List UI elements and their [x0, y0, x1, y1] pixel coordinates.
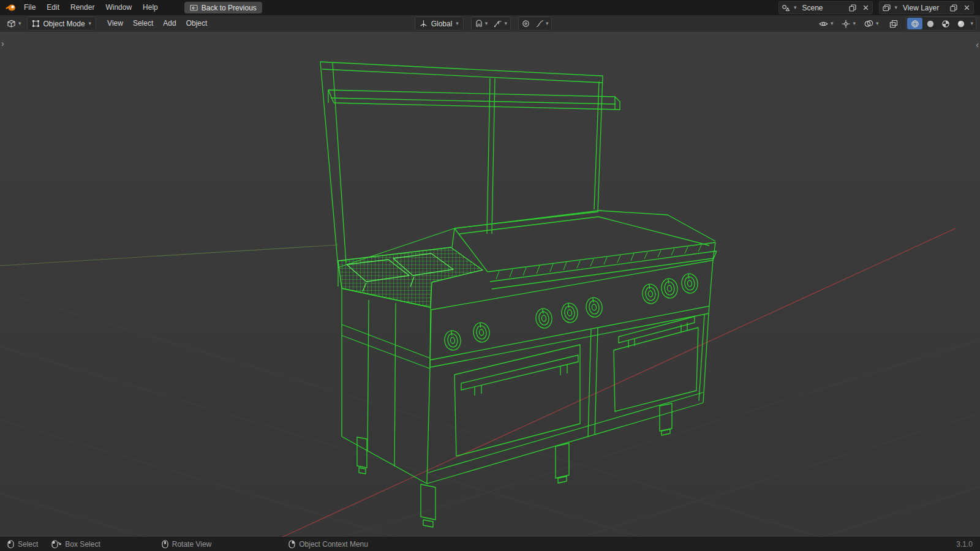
transform-orientation-selector[interactable]: Global ▾ — [415, 17, 464, 31]
material-preview-button[interactable] — [938, 18, 953, 29]
editor-type-icon — [7, 19, 16, 28]
visibility-arrow: ▾ — [831, 21, 834, 26]
scene-unlink-button[interactable] — [861, 2, 870, 13]
view-layer-name[interactable]: View Layer — [900, 4, 946, 12]
mode-selector[interactable]: Object Mode ▾ — [27, 17, 97, 31]
view-layer-browse-button[interactable] — [881, 2, 891, 13]
axis-y-line — [0, 245, 339, 266]
menu-file[interactable]: File — [18, 0, 41, 15]
editor-type-button[interactable]: ▾ — [4, 17, 24, 31]
xray-toggle[interactable] — [886, 17, 901, 31]
window-back-icon — [190, 4, 198, 12]
shading-options-arrow[interactable]: ▾ — [968, 21, 975, 26]
close-icon — [964, 5, 970, 10]
open-toolbar-chevron[interactable]: › — [1, 39, 4, 48]
proportional-group: ▾ — [518, 17, 552, 31]
object-visibility-icon — [819, 20, 828, 28]
menu-help[interactable]: Help — [137, 0, 164, 15]
menu-object[interactable]: Object — [181, 15, 213, 32]
view-layer-icon — [883, 4, 891, 12]
selected-object-wireframe[interactable] — [320, 62, 717, 527]
mouse-left-icon — [7, 540, 14, 549]
snap-target-icon — [494, 20, 502, 28]
solid-shading-button[interactable] — [922, 18, 938, 29]
falloff-selector[interactable]: ▾ — [533, 17, 552, 30]
overlays-icon — [864, 20, 873, 28]
wireframe-shading-button[interactable] — [907, 18, 922, 29]
transform-orientation-icon — [420, 20, 428, 28]
view-layer-new-button[interactable] — [949, 2, 959, 13]
hint-context-menu: Object Context Menu — [288, 540, 368, 549]
hint-select-label: Select — [18, 540, 38, 549]
hint-select: Select — [7, 540, 38, 549]
open-sidebar-chevron[interactable]: ‹ — [976, 40, 979, 49]
object-visibility-button[interactable]: ▾ — [816, 17, 837, 31]
snap-toggle-button[interactable]: ▾ — [472, 17, 491, 30]
orientation-arrow: ▾ — [456, 21, 459, 26]
topbar: File Edit Render Window Help Back to Pre… — [0, 0, 980, 16]
scene-new-button[interactable] — [848, 2, 858, 13]
solid-shading-icon — [926, 20, 935, 28]
scene-canvas[interactable] — [0, 32, 980, 538]
overlays-button[interactable]: ▾ — [861, 17, 882, 31]
scene-selector[interactable]: ▾ Scene — [778, 1, 873, 14]
version-label: 3.1.0 — [956, 540, 973, 549]
show-gizmo-icon — [842, 20, 850, 28]
scene-browse-arrow: ▾ — [794, 5, 797, 10]
viewport-3d[interactable]: › ‹ — [0, 32, 980, 538]
display-cluster: ▾ ▾ ▾ — [816, 17, 976, 31]
menu-render[interactable]: Render — [65, 0, 100, 15]
snap-target-button[interactable]: ▾ — [491, 17, 510, 30]
back-to-previous-label: Back to Previous — [202, 4, 257, 12]
proportional-editing-icon — [522, 20, 530, 28]
snap-arrow: ▾ — [485, 21, 488, 26]
mouse-middle-icon — [162, 540, 168, 549]
snap-target-arrow: ▾ — [504, 21, 507, 26]
rendered-shading-button[interactable] — [953, 18, 968, 29]
statusbar: Select Box Select Rotate View Objec — [0, 537, 980, 551]
control-knobs[interactable] — [443, 272, 699, 351]
falloff-arrow: ▾ — [546, 21, 549, 26]
menu-view[interactable]: View — [102, 15, 128, 32]
axis-x-line — [214, 228, 956, 538]
close-icon — [863, 5, 869, 10]
mode-label: Object Mode — [43, 20, 85, 28]
fryer-basket-mesh — [338, 247, 483, 307]
floor-grid — [0, 288, 980, 538]
proportional-editing-toggle[interactable] — [519, 17, 533, 30]
menu-select[interactable]: Select — [128, 15, 158, 32]
viewport-header: ▾ Object Mode ▾ View Select Add Object G… — [0, 15, 980, 32]
material-preview-icon — [941, 20, 950, 28]
view-layer-browse-arrow: ▾ — [894, 5, 897, 10]
hint-context-menu-label: Object Context Menu — [299, 540, 368, 549]
hint-box-select-label: Box Select — [65, 540, 100, 549]
object-mode-icon — [32, 20, 40, 28]
orientation-label: Global — [431, 20, 453, 28]
mouse-drag-icon — [51, 540, 61, 549]
mode-arrow: ▾ — [89, 21, 92, 26]
show-gizmo-button[interactable]: ▾ — [839, 17, 859, 31]
overlays-arrow: ▾ — [876, 21, 879, 26]
view-layer-selector[interactable]: ▾ View Layer — [879, 1, 974, 14]
hint-box-select: Box Select — [51, 540, 100, 549]
editor-type-arrow: ▾ — [18, 21, 21, 26]
xray-toggle-icon — [889, 20, 898, 28]
duplicate-icon — [950, 4, 957, 12]
snapping-group: ▾ ▾ — [471, 17, 511, 31]
back-to-previous-button[interactable]: Back to Previous — [184, 2, 262, 13]
gizmo-arrow: ▾ — [853, 21, 856, 26]
rendered-shading-icon — [957, 20, 965, 28]
hint-rotate-view: Rotate View — [162, 540, 211, 549]
scene-browse-button[interactable] — [781, 2, 791, 13]
menu-window[interactable]: Window — [100, 0, 137, 15]
hint-rotate-view-label: Rotate View — [172, 540, 211, 549]
view-layer-remove-button[interactable] — [962, 2, 971, 13]
wireframe-shading-icon — [911, 20, 919, 28]
blender-logo[interactable] — [2, 4, 18, 12]
scene-name[interactable]: Scene — [799, 4, 845, 12]
duplicate-icon — [849, 4, 856, 12]
falloff-curve-icon — [536, 20, 544, 28]
menu-add[interactable]: Add — [158, 15, 181, 32]
menu-edit[interactable]: Edit — [41, 0, 65, 15]
mouse-right-icon — [288, 540, 295, 549]
